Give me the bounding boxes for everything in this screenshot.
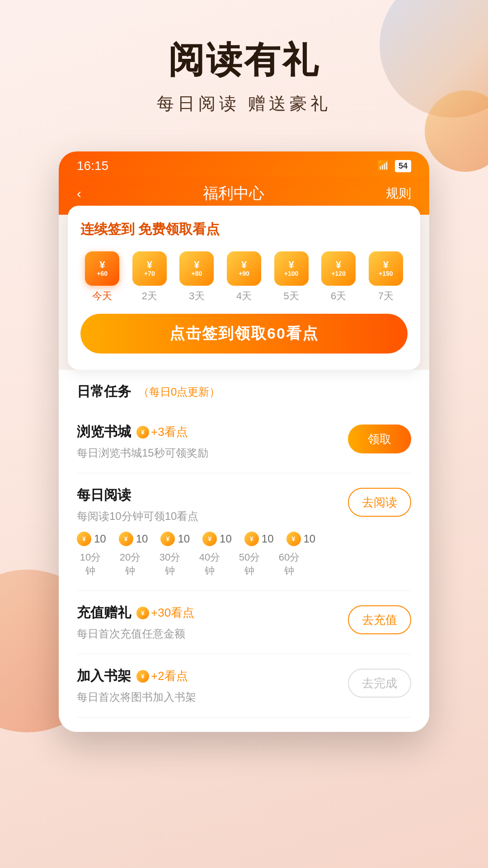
coin-icon: ¥+150 <box>369 251 403 286</box>
progress-coin-amount: 10 <box>262 533 274 545</box>
task-list: 浏览书城¥+3看点每日浏览书城15秒可领奖励领取每日阅读每阅读10分钟可领10看… <box>77 410 411 717</box>
phone-screen: 16:15 📶 54 ‹ 福利中心 规则 连续签到 免费领取看点 ¥+60今天¥… <box>59 151 429 732</box>
task-btn-3[interactable]: 去完成 <box>348 669 411 698</box>
status-time: 16:15 <box>77 159 108 173</box>
tasks-section: 日常任务 （每日0点更新） 浏览书城¥+3看点每日浏览书城15秒可领奖励领取每日… <box>59 370 429 732</box>
coin-icon: ¥+80 <box>179 251 214 286</box>
back-button[interactable]: ‹ <box>77 186 81 201</box>
task-name: 每日阅读 <box>77 486 131 505</box>
task-btn-2[interactable]: 去充值 <box>348 605 411 634</box>
reward-coin-icon: ¥ <box>136 670 149 683</box>
day-item[interactable]: ¥+60今天 <box>80 251 124 303</box>
coin-icon: ¥+100 <box>274 251 309 286</box>
task-desc: 每阅读10分钟可领10看点 <box>77 509 348 524</box>
coin-icon: ¥+120 <box>321 251 356 286</box>
reward-coin-icon: ¥ <box>136 607 149 619</box>
task-btn-0[interactable]: 领取 <box>348 425 411 453</box>
task-item-0: 浏览书城¥+3看点每日浏览书城15秒可领奖励领取 <box>77 410 411 473</box>
tasks-header: 日常任务 （每日0点更新） <box>77 370 411 410</box>
day-item[interactable]: ¥+1507天 <box>364 251 408 303</box>
day-label: 4天 <box>236 289 252 303</box>
progress-coin-icon: ¥ <box>286 532 301 546</box>
task-info: 充值赠礼¥+30看点每日首次充值任意金额 <box>77 604 348 641</box>
signin-card: 连续签到 免费领取看点 ¥+60今天¥+702天¥+803天¥+904天¥+10… <box>68 206 420 370</box>
day-item[interactable]: ¥+803天 <box>175 251 219 303</box>
task-item-3: 加入书架¥+2看点每日首次将图书加入书架去完成 <box>77 654 411 717</box>
progress-coin-amount: 10 <box>94 533 106 545</box>
tasks-title: 日常任务 <box>77 382 131 401</box>
tasks-update-hint: （每日0点更新） <box>138 385 220 399</box>
day-label: 6天 <box>331 289 346 303</box>
progress-coin-icon: ¥ <box>202 532 217 546</box>
task-item-1: 每日阅读每阅读10分钟可领10看点¥10¥10¥10¥10¥10¥1010分钟2… <box>77 473 411 591</box>
progress-time-label: 40分钟 <box>196 551 223 578</box>
day-label: 2天 <box>142 289 157 303</box>
sub-title: 每日阅读 赠送豪礼 <box>27 92 461 115</box>
day-item[interactable]: ¥+702天 <box>128 251 172 303</box>
task-desc: 每日首次充值任意金额 <box>77 627 348 641</box>
progress-coin-item: ¥10 <box>119 532 148 546</box>
coin-icon: ¥+70 <box>132 251 167 286</box>
task-item-2: 充值赠礼¥+30看点每日首次充值任意金额去充值 <box>77 591 411 654</box>
progress-coin-icon: ¥ <box>160 532 175 546</box>
task-desc: 每日首次将图书加入书架 <box>77 690 348 704</box>
progress-coin-item: ¥10 <box>244 532 274 546</box>
status-icons: 📶 54 <box>377 160 411 172</box>
progress-coin-icon: ¥ <box>77 532 91 546</box>
task-reward: ¥+30看点 <box>136 605 194 621</box>
progress-time-label: 30分钟 <box>156 551 183 578</box>
task-name: 加入书架 <box>77 667 131 685</box>
progress-coin-item: ¥10 <box>202 532 232 546</box>
reading-progress: ¥10¥10¥10¥10¥10¥1010分钟20分钟30分钟40分钟50分钟60… <box>77 532 348 578</box>
progress-time-label: 60分钟 <box>276 551 303 578</box>
task-info: 每日阅读每阅读10分钟可领10看点¥10¥10¥10¥10¥10¥1010分钟2… <box>77 486 348 578</box>
coin-icon: ¥+60 <box>85 251 119 286</box>
main-title: 阅读有礼 <box>27 36 461 85</box>
progress-coin-item: ¥10 <box>286 532 316 546</box>
signin-card-title: 连续签到 免费领取看点 <box>80 220 408 239</box>
day-label: 3天 <box>189 289 204 303</box>
task-btn-1[interactable]: 去阅读 <box>348 488 411 517</box>
day-item[interactable]: ¥+904天 <box>222 251 266 303</box>
progress-coin-amount: 10 <box>220 533 232 545</box>
progress-time-label: 20分钟 <box>117 551 144 578</box>
battery-badge: 54 <box>395 160 411 172</box>
progress-coin-amount: 10 <box>304 533 316 545</box>
coin-icon: ¥+90 <box>227 251 261 286</box>
rules-button[interactable]: 规则 <box>386 185 411 202</box>
progress-coin-item: ¥10 <box>160 532 190 546</box>
task-name: 浏览书城 <box>77 423 131 441</box>
day-label: 今天 <box>92 289 112 303</box>
phone-mockup: 16:15 📶 54 ‹ 福利中心 规则 连续签到 免费领取看点 ¥+60今天¥… <box>59 151 429 732</box>
progress-coin-icon: ¥ <box>244 532 259 546</box>
task-reward: ¥+2看点 <box>136 668 188 684</box>
progress-coin-icon: ¥ <box>119 532 133 546</box>
page-header: 阅读有礼 每日阅读 赠送豪礼 <box>0 0 488 133</box>
day-item[interactable]: ¥+1005天 <box>269 251 313 303</box>
progress-time-label: 50分钟 <box>236 551 263 578</box>
task-desc: 每日浏览书城15秒可领奖励 <box>77 446 348 460</box>
wifi-icon: 📶 <box>377 160 389 172</box>
day-item[interactable]: ¥+1206天 <box>317 251 361 303</box>
progress-coin-amount: 10 <box>178 533 190 545</box>
progress-coin-amount: 10 <box>136 533 148 545</box>
task-info: 加入书架¥+2看点每日首次将图书加入书架 <box>77 667 348 704</box>
day-label: 5天 <box>283 289 299 303</box>
task-reward: ¥+3看点 <box>136 424 188 440</box>
progress-time-label: 10分钟 <box>77 551 104 578</box>
signin-button[interactable]: 点击签到领取60看点 <box>80 314 408 354</box>
signin-days: ¥+60今天¥+702天¥+803天¥+904天¥+1005天¥+1206天¥+… <box>80 251 408 303</box>
nav-title: 福利中心 <box>203 183 264 204</box>
task-info: 浏览书城¥+3看点每日浏览书城15秒可领奖励 <box>77 423 348 460</box>
day-label: 7天 <box>378 289 394 303</box>
progress-coin-item: ¥10 <box>77 532 106 546</box>
status-bar: 16:15 📶 54 <box>59 151 429 177</box>
reward-coin-icon: ¥ <box>136 426 149 439</box>
task-name: 充值赠礼 <box>77 604 131 622</box>
